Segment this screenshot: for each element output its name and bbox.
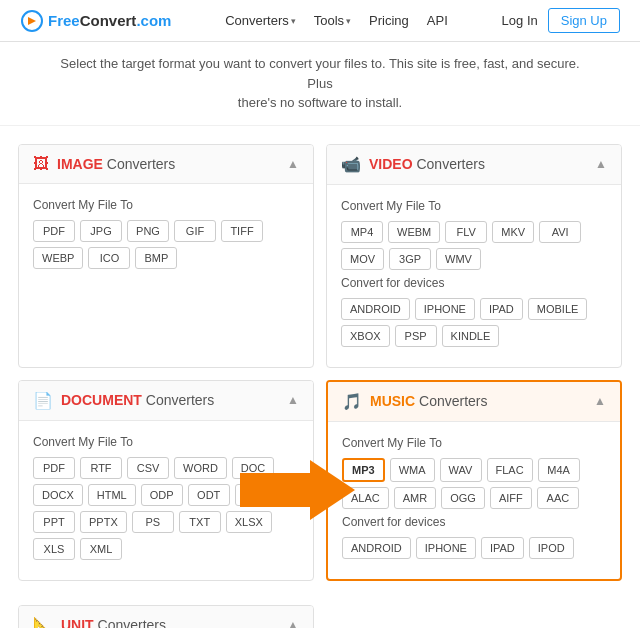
video-devices-label: Convert for devices — [341, 276, 607, 290]
bottom-grid: 📐 UNIT Converters ▲ Convert to — [0, 605, 640, 629]
collapse-icon[interactable]: ▲ — [594, 394, 606, 408]
format-wmv[interactable]: WMV — [436, 248, 481, 270]
music-card-body: Convert My File To MP3 WMA WAV FLAC M4A … — [328, 422, 620, 579]
format-iphone[interactable]: IPHONE — [416, 537, 476, 559]
format-gif[interactable]: GIF — [174, 220, 216, 242]
video-card-header: 📹 VIDEO Converters ▲ — [327, 145, 621, 185]
logo[interactable]: FreeConvert.com — [20, 9, 171, 33]
format-html[interactable]: HTML — [88, 484, 136, 506]
document-section-label: Convert My File To — [33, 435, 299, 449]
image-card-header: 🖼 IMAGE Converters ▲ — [19, 145, 313, 184]
format-ico[interactable]: ICO — [88, 247, 130, 269]
format-mobile[interactable]: MOBILE — [528, 298, 588, 320]
nav-api[interactable]: API — [427, 13, 448, 28]
format-flv[interactable]: FLV — [445, 221, 487, 243]
format-bmp[interactable]: BMP — [135, 247, 177, 269]
signup-button[interactable]: Sign Up — [548, 8, 620, 33]
video-icon: 📹 — [341, 155, 361, 174]
music-devices-grid: ANDROID IPHONE IPAD IPOD — [342, 537, 606, 559]
image-section-label: Convert My File To — [33, 198, 299, 212]
music-card-title: MUSIC Converters — [370, 393, 487, 409]
image-converter-card: 🖼 IMAGE Converters ▲ Convert My File To … — [18, 144, 314, 368]
format-avi[interactable]: AVI — [539, 221, 581, 243]
format-android[interactable]: ANDROID — [341, 298, 410, 320]
format-psp[interactable]: PSP — [395, 325, 437, 347]
unit-icon: 📐 — [33, 616, 53, 629]
format-mp4[interactable]: MP4 — [341, 221, 383, 243]
unit-converter-card: 📐 UNIT Converters ▲ Convert to — [18, 605, 314, 629]
format-wav[interactable]: WAV — [440, 458, 482, 482]
format-ps[interactable]: PS — [132, 511, 174, 533]
collapse-icon[interactable]: ▲ — [287, 393, 299, 407]
format-aiff[interactable]: AIFF — [490, 487, 532, 509]
login-button[interactable]: Log In — [502, 13, 538, 28]
format-doc[interactable]: DOC — [232, 457, 274, 479]
collapse-icon[interactable]: ▲ — [287, 157, 299, 171]
music-card-header: 🎵 MUSIC Converters ▲ — [328, 382, 620, 422]
image-card-body: Convert My File To PDF JPG PNG GIF TIFF … — [19, 184, 313, 289]
format-mov[interactable]: MOV — [341, 248, 384, 270]
document-card-body: Convert My File To PDF RTF CSV WORD DOC … — [19, 421, 313, 580]
format-docx[interactable]: DOCX — [33, 484, 83, 506]
nav-tools[interactable]: Tools ▾ — [314, 13, 351, 28]
format-m4a[interactable]: M4A — [538, 458, 580, 482]
format-ogg[interactable]: OGG — [441, 487, 485, 509]
format-rtf[interactable]: RTF — [80, 457, 122, 479]
video-converter-card: 📹 VIDEO Converters ▲ Convert My File To … — [326, 144, 622, 368]
format-mp3[interactable]: MP3 — [342, 458, 385, 482]
format-ods[interactable]: ODS — [235, 484, 277, 506]
format-pptx[interactable]: PPTX — [80, 511, 127, 533]
nav-converters[interactable]: Converters ▾ — [225, 13, 296, 28]
format-png[interactable]: PNG — [127, 220, 169, 242]
document-card-header: 📄 DOCUMENT Converters ▲ — [19, 381, 313, 421]
music-format-grid: MP3 WMA WAV FLAC M4A ALAC AMR OGG AIFF A… — [342, 458, 606, 509]
document-icon: 📄 — [33, 391, 53, 410]
format-xlsx[interactable]: XLSX — [226, 511, 272, 533]
format-webm[interactable]: WEBM — [388, 221, 440, 243]
format-tiff[interactable]: TIFF — [221, 220, 263, 242]
format-kindle[interactable]: KINDLE — [442, 325, 500, 347]
format-android[interactable]: ANDROID — [342, 537, 411, 559]
collapse-icon[interactable]: ▲ — [595, 157, 607, 171]
video-devices-grid: ANDROID IPHONE IPAD MOBILE XBOX PSP KIND… — [341, 298, 607, 347]
format-word[interactable]: WORD — [174, 457, 227, 479]
unit-card-header: 📐 UNIT Converters ▲ — [19, 606, 313, 629]
nav-pricing[interactable]: Pricing — [369, 13, 409, 28]
format-odt[interactable]: ODT — [188, 484, 230, 506]
format-xml[interactable]: XML — [80, 538, 122, 560]
format-aac[interactable]: AAC — [537, 487, 579, 509]
format-ipad[interactable]: IPAD — [481, 537, 524, 559]
converter-grid: 🖼 IMAGE Converters ▲ Convert My File To … — [0, 126, 640, 599]
document-card-title: DOCUMENT Converters — [61, 392, 214, 408]
collapse-icon[interactable]: ▲ — [287, 618, 299, 628]
video-card-title: VIDEO Converters — [369, 156, 485, 172]
format-alac[interactable]: ALAC — [342, 487, 389, 509]
format-iphone[interactable]: IPHONE — [415, 298, 475, 320]
format-flac[interactable]: FLAC — [487, 458, 533, 482]
format-xls[interactable]: XLS — [33, 538, 75, 560]
format-odp[interactable]: ODP — [141, 484, 183, 506]
format-amr[interactable]: AMR — [394, 487, 436, 509]
format-mkv[interactable]: MKV — [492, 221, 534, 243]
format-wma[interactable]: WMA — [390, 458, 435, 482]
format-txt[interactable]: TXT — [179, 511, 221, 533]
subtitle: Select the target format you want to con… — [0, 42, 640, 126]
unit-card-title: UNIT Converters — [61, 617, 166, 628]
format-3gp[interactable]: 3GP — [389, 248, 431, 270]
document-converter-card: 📄 DOCUMENT Converters ▲ Convert My File … — [18, 380, 314, 581]
format-csv[interactable]: CSV — [127, 457, 169, 479]
format-xbox[interactable]: XBOX — [341, 325, 390, 347]
video-card-body: Convert My File To MP4 WEBM FLV MKV AVI … — [327, 185, 621, 367]
header: FreeConvert.com Converters ▾ Tools ▾ Pri… — [0, 0, 640, 42]
video-format-grid: MP4 WEBM FLV MKV AVI MOV 3GP WMV — [341, 221, 607, 270]
format-ppt[interactable]: PPT — [33, 511, 75, 533]
format-ipod[interactable]: IPOD — [529, 537, 574, 559]
video-section-label: Convert My File To — [341, 199, 607, 213]
format-pdf[interactable]: PDF — [33, 457, 75, 479]
image-card-title: IMAGE Converters — [57, 156, 175, 172]
format-jpg[interactable]: JPG — [80, 220, 122, 242]
format-webp[interactable]: WEBP — [33, 247, 83, 269]
music-section-label: Convert My File To — [342, 436, 606, 450]
format-ipad[interactable]: IPAD — [480, 298, 523, 320]
format-pdf[interactable]: PDF — [33, 220, 75, 242]
